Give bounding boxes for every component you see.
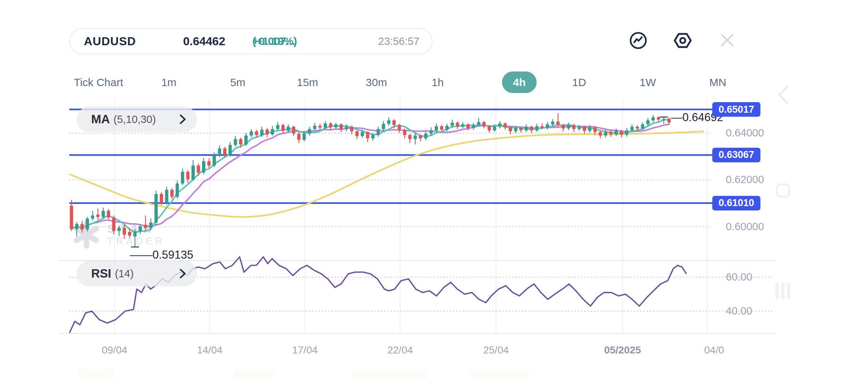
ma-indicator-params: (5,10,30) [113,113,156,125]
candle [398,124,401,133]
chevron-right-icon [179,113,187,125]
candle [244,133,248,146]
ma-indicator-label: MA [91,112,110,126]
candle [652,115,655,123]
candle [191,160,195,181]
candle [218,146,221,157]
candle [340,123,343,132]
candle [144,216,147,230]
candle [461,122,465,128]
candle [318,124,322,130]
candle [112,216,116,234]
ma-indicator-button[interactable]: MA (5,10,30) [77,107,197,132]
panel-resize-button[interactable] [776,183,790,197]
candle [102,208,105,218]
ma30-line [69,131,704,217]
candle [599,131,602,139]
candle [535,124,539,132]
chevron-right-icon [179,268,187,279]
candle [297,132,301,143]
candle [86,217,89,232]
candle [282,124,285,134]
date-label: 14/04 [197,344,222,356]
candle [424,131,427,140]
candle [181,169,184,185]
price-axis-label: 0.62000 [726,174,764,186]
candle [408,134,412,143]
candle [456,121,459,129]
candle [382,121,385,131]
rsi-indicator-params: (14) [115,268,134,280]
candle [356,130,359,139]
candle [107,209,110,220]
candle [139,224,142,234]
candle [498,121,501,129]
price-line-badge: 0.61010 [712,196,760,210]
candle [91,211,94,221]
rsi-axis-label: 60.00 [726,271,752,283]
candle [271,126,274,136]
candle [504,123,507,130]
candle [414,133,417,144]
candle [117,225,121,236]
trading-chart-app: AUDUSD 0.64462 +0.007... (+1.19%) 23:56:… [0,0,868,379]
candle [667,117,671,124]
candle [334,123,338,129]
candle [96,209,100,220]
candle [313,123,317,130]
price-axis-label: 0.64000 [726,127,764,139]
candle [525,124,528,132]
rsi-indicator-label: RSI [91,267,111,281]
date-label: 17/04 [292,344,318,356]
ma10-line [71,124,669,229]
candle [202,158,205,174]
candle [308,127,311,135]
candle [266,128,269,138]
candle [75,222,78,237]
price-line-badge: 0.63067 [712,148,760,162]
collapse-panel-button[interactable] [776,85,791,107]
date-label: 04/0 [704,344,724,356]
candle [366,131,369,142]
candle [609,130,613,136]
date-label: 09/04 [102,344,127,356]
candle [234,136,237,147]
candle [70,200,73,231]
rsi-indicator-button[interactable]: RSI (14) [77,261,197,286]
candle [133,229,137,247]
candle [229,142,232,157]
date-label: 22/04 [387,344,413,356]
candle [292,126,295,136]
candle [155,190,158,225]
price-line-badge: 0.65017 [712,102,760,117]
candle [377,127,380,137]
candle [572,124,576,132]
drag-handle-icon[interactable] [775,282,790,299]
rsi-axis-label: 40.00 [726,305,752,317]
candle [483,121,486,129]
candle [186,170,190,183]
candle [583,126,586,134]
date-label: 05/2025 [604,344,641,356]
chart-canvas[interactable]: —0.64692——0.59135 [0,0,868,379]
candle [387,117,391,126]
candle [625,128,628,136]
candle [567,123,570,130]
candle [472,123,475,129]
candle [250,129,253,138]
candle [403,128,406,138]
low-annotation: ——0.59135 [130,248,193,261]
chevron-left-icon [776,85,791,105]
candle [276,122,279,131]
candle [81,221,84,233]
candle [208,158,211,168]
price-axis-label: 0.60000 [726,221,764,233]
candle [562,124,565,132]
date-label: 25/04 [483,344,509,356]
candle [176,181,179,199]
candle [170,188,174,199]
candle [530,126,533,134]
candle [165,186,168,204]
